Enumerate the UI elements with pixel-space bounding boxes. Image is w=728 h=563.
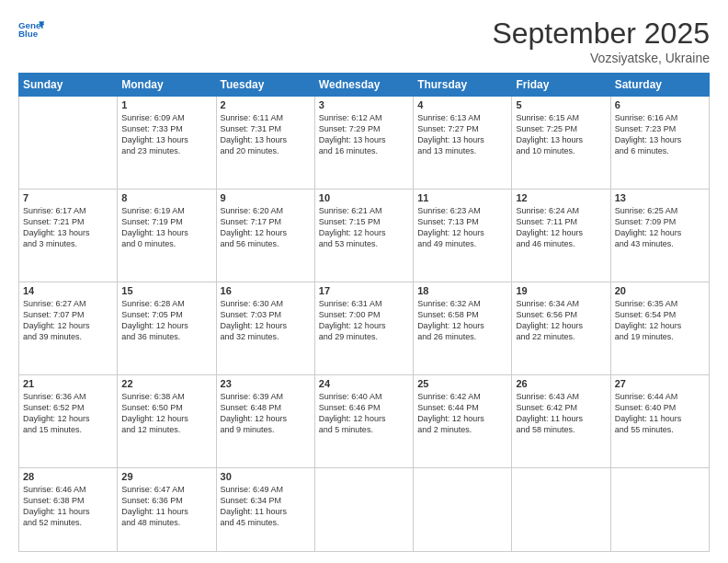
day-number: 9 bbox=[221, 192, 311, 203]
table-row: 14Sunrise: 6:27 AM Sunset: 7:07 PM Dayli… bbox=[19, 282, 118, 375]
table-row: 29Sunrise: 6:47 AM Sunset: 6:36 PM Dayli… bbox=[118, 468, 216, 552]
day-number: 6 bbox=[615, 99, 705, 110]
col-wednesday: Wednesday bbox=[314, 74, 413, 97]
table-row: 7Sunrise: 6:17 AM Sunset: 7:21 PM Daylig… bbox=[19, 190, 118, 282]
table-row: 8Sunrise: 6:19 AM Sunset: 7:19 PM Daylig… bbox=[118, 190, 216, 282]
day-number: 10 bbox=[319, 192, 409, 203]
month-title: September 2025 bbox=[492, 17, 710, 51]
day-info: Sunrise: 6:13 AM Sunset: 7:27 PM Dayligh… bbox=[417, 112, 507, 157]
table-row: 1Sunrise: 6:09 AM Sunset: 7:33 PM Daylig… bbox=[118, 97, 216, 190]
table-row: 11Sunrise: 6:23 AM Sunset: 7:13 PM Dayli… bbox=[414, 190, 512, 282]
day-number: 22 bbox=[121, 378, 211, 389]
table-row: 18Sunrise: 6:32 AM Sunset: 6:58 PM Dayli… bbox=[414, 282, 512, 375]
day-number: 14 bbox=[23, 285, 113, 296]
location: Vozsiyatske, Ukraine bbox=[492, 51, 710, 65]
table-row: 13Sunrise: 6:25 AM Sunset: 7:09 PM Dayli… bbox=[610, 190, 709, 282]
day-info: Sunrise: 6:27 AM Sunset: 7:07 PM Dayligh… bbox=[23, 298, 113, 343]
day-info: Sunrise: 6:23 AM Sunset: 7:13 PM Dayligh… bbox=[417, 205, 507, 250]
header: General Blue September 2025 Vozsiyatske,… bbox=[18, 17, 710, 65]
table-row: 24Sunrise: 6:40 AM Sunset: 6:46 PM Dayli… bbox=[314, 375, 413, 468]
col-saturday: Saturday bbox=[610, 74, 709, 97]
day-info: Sunrise: 6:15 AM Sunset: 7:25 PM Dayligh… bbox=[516, 112, 606, 157]
day-info: Sunrise: 6:21 AM Sunset: 7:15 PM Dayligh… bbox=[319, 205, 409, 250]
col-thursday: Thursday bbox=[414, 74, 512, 97]
day-number: 20 bbox=[615, 285, 705, 296]
day-number: 7 bbox=[23, 192, 113, 203]
day-number: 8 bbox=[121, 192, 211, 203]
day-number: 1 bbox=[121, 99, 211, 110]
col-friday: Friday bbox=[512, 74, 610, 97]
table-row: 15Sunrise: 6:28 AM Sunset: 7:05 PM Dayli… bbox=[118, 282, 216, 375]
day-number: 25 bbox=[417, 378, 507, 389]
day-info: Sunrise: 6:36 AM Sunset: 6:52 PM Dayligh… bbox=[23, 391, 113, 436]
table-row bbox=[610, 468, 709, 552]
day-info: Sunrise: 6:12 AM Sunset: 7:29 PM Dayligh… bbox=[319, 112, 409, 157]
day-info: Sunrise: 6:49 AM Sunset: 6:34 PM Dayligh… bbox=[221, 484, 311, 529]
day-info: Sunrise: 6:28 AM Sunset: 7:05 PM Dayligh… bbox=[121, 298, 211, 343]
day-info: Sunrise: 6:19 AM Sunset: 7:19 PM Dayligh… bbox=[121, 205, 211, 250]
day-number: 27 bbox=[615, 378, 705, 389]
day-info: Sunrise: 6:25 AM Sunset: 7:09 PM Dayligh… bbox=[615, 205, 705, 250]
table-row: 9Sunrise: 6:20 AM Sunset: 7:17 PM Daylig… bbox=[216, 190, 314, 282]
table-row: 20Sunrise: 6:35 AM Sunset: 6:54 PM Dayli… bbox=[610, 282, 709, 375]
day-number: 11 bbox=[417, 192, 507, 203]
day-number: 5 bbox=[516, 99, 606, 110]
table-row: 19Sunrise: 6:34 AM Sunset: 6:56 PM Dayli… bbox=[512, 282, 610, 375]
table-row: 5Sunrise: 6:15 AM Sunset: 7:25 PM Daylig… bbox=[512, 97, 610, 190]
day-number: 15 bbox=[121, 285, 211, 296]
table-row: 17Sunrise: 6:31 AM Sunset: 7:00 PM Dayli… bbox=[314, 282, 413, 375]
table-row: 16Sunrise: 6:30 AM Sunset: 7:03 PM Dayli… bbox=[216, 282, 314, 375]
day-info: Sunrise: 6:44 AM Sunset: 6:40 PM Dayligh… bbox=[615, 391, 705, 436]
day-info: Sunrise: 6:47 AM Sunset: 6:36 PM Dayligh… bbox=[121, 484, 211, 529]
day-info: Sunrise: 6:38 AM Sunset: 6:50 PM Dayligh… bbox=[121, 391, 211, 436]
day-info: Sunrise: 6:11 AM Sunset: 7:31 PM Dayligh… bbox=[221, 112, 311, 157]
day-info: Sunrise: 6:20 AM Sunset: 7:17 PM Dayligh… bbox=[221, 205, 311, 250]
day-number: 17 bbox=[319, 285, 409, 296]
day-info: Sunrise: 6:32 AM Sunset: 6:58 PM Dayligh… bbox=[417, 298, 507, 343]
table-row: 6Sunrise: 6:16 AM Sunset: 7:23 PM Daylig… bbox=[610, 97, 709, 190]
col-tuesday: Tuesday bbox=[216, 74, 314, 97]
day-info: Sunrise: 6:42 AM Sunset: 6:44 PM Dayligh… bbox=[417, 391, 507, 436]
day-number: 30 bbox=[221, 471, 311, 482]
col-sunday: Sunday bbox=[19, 74, 118, 97]
day-info: Sunrise: 6:46 AM Sunset: 6:38 PM Dayligh… bbox=[23, 484, 113, 529]
day-number: 18 bbox=[417, 285, 507, 296]
day-info: Sunrise: 6:40 AM Sunset: 6:46 PM Dayligh… bbox=[319, 391, 409, 436]
day-number: 29 bbox=[121, 471, 211, 482]
table-row bbox=[19, 97, 118, 190]
day-number: 12 bbox=[516, 192, 606, 203]
logo-icon: General Blue bbox=[18, 17, 44, 42]
day-number: 26 bbox=[516, 378, 606, 389]
day-info: Sunrise: 6:17 AM Sunset: 7:21 PM Dayligh… bbox=[23, 205, 113, 250]
table-row: 27Sunrise: 6:44 AM Sunset: 6:40 PM Dayli… bbox=[610, 375, 709, 468]
table-row: 21Sunrise: 6:36 AM Sunset: 6:52 PM Dayli… bbox=[19, 375, 118, 468]
day-info: Sunrise: 6:09 AM Sunset: 7:33 PM Dayligh… bbox=[121, 112, 211, 157]
header-row: Sunday Monday Tuesday Wednesday Thursday… bbox=[19, 74, 710, 97]
svg-text:Blue: Blue bbox=[18, 29, 39, 39]
day-number: 16 bbox=[221, 285, 311, 296]
day-info: Sunrise: 6:39 AM Sunset: 6:48 PM Dayligh… bbox=[221, 391, 311, 436]
table-row: 22Sunrise: 6:38 AM Sunset: 6:50 PM Dayli… bbox=[118, 375, 216, 468]
day-number: 28 bbox=[23, 471, 113, 482]
table-row bbox=[314, 468, 413, 552]
day-info: Sunrise: 6:31 AM Sunset: 7:00 PM Dayligh… bbox=[319, 298, 409, 343]
table-row: 2Sunrise: 6:11 AM Sunset: 7:31 PM Daylig… bbox=[216, 97, 314, 190]
title-block: September 2025 Vozsiyatske, Ukraine bbox=[492, 17, 710, 65]
table-row: 4Sunrise: 6:13 AM Sunset: 7:27 PM Daylig… bbox=[414, 97, 512, 190]
day-number: 2 bbox=[221, 99, 311, 110]
logo: General Blue bbox=[18, 17, 44, 42]
day-number: 23 bbox=[221, 378, 311, 389]
day-number: 21 bbox=[23, 378, 113, 389]
page: General Blue September 2025 Vozsiyatske,… bbox=[0, 0, 728, 563]
day-number: 24 bbox=[319, 378, 409, 389]
day-info: Sunrise: 6:43 AM Sunset: 6:42 PM Dayligh… bbox=[516, 391, 606, 436]
table-row: 10Sunrise: 6:21 AM Sunset: 7:15 PM Dayli… bbox=[314, 190, 413, 282]
table-row: 12Sunrise: 6:24 AM Sunset: 7:11 PM Dayli… bbox=[512, 190, 610, 282]
table-row: 28Sunrise: 6:46 AM Sunset: 6:38 PM Dayli… bbox=[19, 468, 118, 552]
table-row bbox=[414, 468, 512, 552]
day-info: Sunrise: 6:16 AM Sunset: 7:23 PM Dayligh… bbox=[615, 112, 705, 157]
day-info: Sunrise: 6:35 AM Sunset: 6:54 PM Dayligh… bbox=[615, 298, 705, 343]
day-info: Sunrise: 6:30 AM Sunset: 7:03 PM Dayligh… bbox=[221, 298, 311, 343]
table-row: 25Sunrise: 6:42 AM Sunset: 6:44 PM Dayli… bbox=[414, 375, 512, 468]
day-number: 13 bbox=[615, 192, 705, 203]
